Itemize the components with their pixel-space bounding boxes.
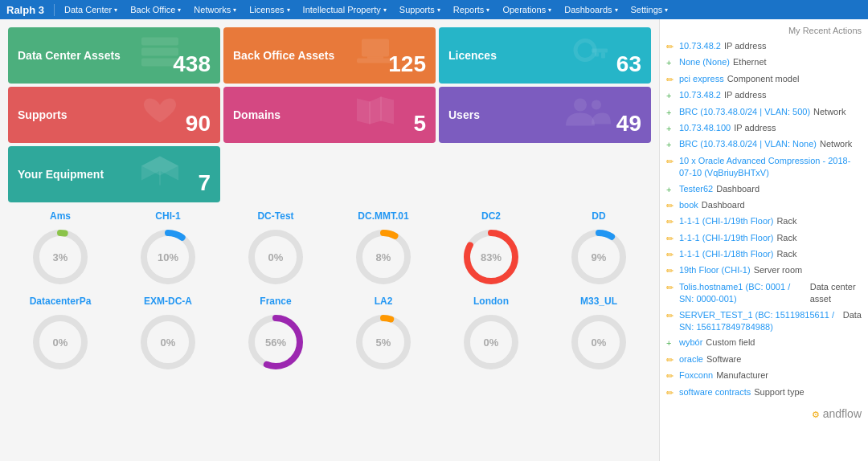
card-domains[interactable]: Domains 5	[223, 87, 436, 143]
donut-percentage: 83%	[481, 251, 502, 263]
sidebar-text: Rack	[776, 215, 796, 227]
donut-chart: 3%	[28, 225, 92, 289]
list-item: ✏19th Floor (CHI-1) Server room	[666, 264, 862, 277]
sidebar-link[interactable]: Tester62	[679, 183, 713, 195]
list-item: ✏10 x Oracle Advanced Compression - 2018…	[666, 155, 862, 180]
chart-item[interactable]: CHI-110%	[116, 210, 220, 289]
card-supports[interactable]: Supports 90	[8, 87, 220, 143]
chart-item[interactable]: DD9%	[547, 210, 651, 289]
chart-label: France	[260, 296, 291, 307]
sidebar-text: Ethernet	[733, 56, 767, 68]
sidebar-link[interactable]: 1-1-1 (CHI-1/19th Floor)	[679, 215, 773, 227]
card-count: 63	[616, 51, 641, 77]
edit-icon: ✏	[666, 265, 676, 277]
nav-reports[interactable]: Reports ▾	[447, 0, 497, 19]
list-item: ✏software contracts Support type	[666, 386, 862, 399]
sidebar-link[interactable]: book	[679, 199, 698, 211]
nav-networks[interactable]: Networks ▾	[187, 0, 243, 19]
chevron-down-icon: ▾	[548, 6, 551, 14]
chevron-down-icon: ▾	[486, 6, 489, 14]
cards-grid: Data Center Assets 438 Back Office Asset…	[8, 27, 651, 202]
svg-point-14	[592, 100, 601, 110]
sidebar-link[interactable]: BRC (10.73.48.0/24 | VLAN: 500)	[679, 106, 810, 118]
sidebar-link[interactable]: pci express	[679, 73, 724, 85]
edit-icon: ✏	[666, 387, 676, 399]
chart-item[interactable]: Ams3%	[8, 210, 113, 289]
sidebar-link[interactable]: 1-1-1 (CHI-1/18th Floor)	[679, 248, 773, 260]
sidebar-link[interactable]: 1-1-1 (CHI-1/19th Floor)	[679, 232, 773, 244]
chevron-down-icon: ▾	[615, 6, 618, 14]
sidebar-link[interactable]: 10.73.48.2	[679, 89, 721, 101]
list-item: +None (None) Ethernet	[666, 56, 862, 69]
sidebar-link[interactable]: wybór	[679, 337, 702, 349]
sidebar-items-container: ✏10.73.48.2 IP address+None (None) Ether…	[666, 40, 862, 399]
sidebar-text: Software	[706, 353, 741, 365]
nav-dashboards[interactable]: Dashboards ▾	[558, 0, 624, 19]
donut-chart: 56%	[244, 310, 308, 374]
donut-percentage: 8%	[376, 251, 391, 263]
sidebar-link[interactable]: SERVER_TEST_1 (BC: 15119815611 / SN: 156…	[679, 309, 840, 334]
donut-chart: 0%	[459, 310, 523, 374]
list-item: +Tester62 Dashboard	[666, 183, 862, 196]
donut-chart: 83%	[459, 225, 523, 289]
card-data-center-assets[interactable]: Data Center Assets 438	[8, 27, 220, 84]
nav-data-center[interactable]: Data Center ▾	[58, 0, 124, 19]
list-item: ✏book Dashboard	[666, 199, 862, 212]
chart-item[interactable]: LA25%	[331, 296, 436, 374]
sidebar-text: Network	[820, 138, 852, 150]
chart-item[interactable]: M33_UL0%	[547, 296, 651, 374]
card-title: Data Center Assets	[18, 49, 121, 62]
chart-item[interactable]: DatacenterPa0%	[8, 296, 113, 374]
chart-item[interactable]: DC-Test0%	[223, 210, 328, 289]
sidebar-link[interactable]: 10.73.48.100	[679, 122, 731, 134]
chevron-down-icon: ▾	[287, 6, 290, 14]
donut-percentage: 0%	[592, 337, 607, 349]
nav-supports[interactable]: Supports ▾	[393, 0, 447, 19]
sidebar-link[interactable]: None (None)	[679, 56, 730, 68]
nav-intellectual-property[interactable]: Intellectual Property ▾	[297, 0, 393, 19]
sidebar-text: IP address	[724, 40, 766, 52]
sidebar-link[interactable]: Tolis.hostname1 (BC: 0001 / SN: 0000-001…	[679, 281, 807, 306]
chart-label: DC-Test	[257, 210, 293, 222]
charts-row1: Ams3%CHI-110%DC-Test0%DC.MMT.018%DC283%D…	[8, 210, 651, 289]
users-icon	[563, 96, 611, 135]
card-users[interactable]: Users 49	[439, 87, 651, 143]
sidebar-link[interactable]: BRC (10.73.48.0/24 | VLAN: None)	[679, 138, 817, 150]
card-title: Domains	[233, 108, 280, 121]
chart-item[interactable]: France56%	[223, 296, 328, 374]
sidebar-link[interactable]: 10 x Oracle Advanced Compression - 2018-…	[679, 155, 858, 180]
nav-back-office[interactable]: Back Office ▾	[124, 0, 187, 19]
donut-chart: 5%	[351, 310, 416, 374]
sidebar-link[interactable]: 10.73.48.2	[679, 40, 721, 52]
sidebar-text: Custom field	[706, 337, 755, 349]
nav-settings[interactable]: Settings ▾	[624, 0, 675, 19]
card-back-office-assets[interactable]: Back Office Assets 125	[223, 27, 436, 84]
sidebar-link[interactable]: software contracts	[679, 386, 751, 398]
nav-operations[interactable]: Operations ▾	[496, 0, 558, 19]
sidebar-text: Manufacturer	[716, 369, 768, 381]
card-your-equipment[interactable]: Your Equipment 7	[8, 146, 220, 202]
donut-percentage: 10%	[158, 251, 178, 263]
donut-percentage: 3%	[53, 251, 68, 263]
list-item: ✏1-1-1 (CHI-1/18th Floor) Rack	[666, 248, 862, 261]
card-licences[interactable]: Licences 63	[439, 27, 651, 84]
chart-item[interactable]: DC.MMT.018%	[331, 210, 436, 289]
chevron-down-icon: ▾	[178, 6, 181, 14]
donut-chart: 0%	[244, 225, 308, 289]
chevron-down-icon: ▾	[665, 6, 668, 14]
card-title: Users	[448, 108, 480, 121]
chart-item[interactable]: London0%	[439, 296, 543, 374]
list-item: +wybór Custom field	[666, 337, 862, 349]
sidebar-text: IP address	[724, 89, 766, 101]
sidebar-link[interactable]: Foxconn	[679, 369, 713, 381]
sidebar-link[interactable]: oracle	[679, 353, 703, 365]
nav-brand[interactable]: Ralph 3	[6, 4, 55, 16]
chart-item[interactable]: DC283%	[439, 210, 543, 289]
chart-item[interactable]: EXM-DC-A0%	[116, 296, 220, 374]
edit-icon: ✏	[666, 74, 676, 86]
sidebar-link[interactable]: 19th Floor (CHI-1)	[679, 264, 751, 276]
donut-chart: 10%	[136, 225, 200, 289]
card-count: 7	[198, 170, 211, 196]
nav-licenses[interactable]: Licenses ▾	[243, 0, 296, 19]
list-item: +BRC (10.73.48.0/24 | VLAN: 500) Network	[666, 106, 862, 119]
